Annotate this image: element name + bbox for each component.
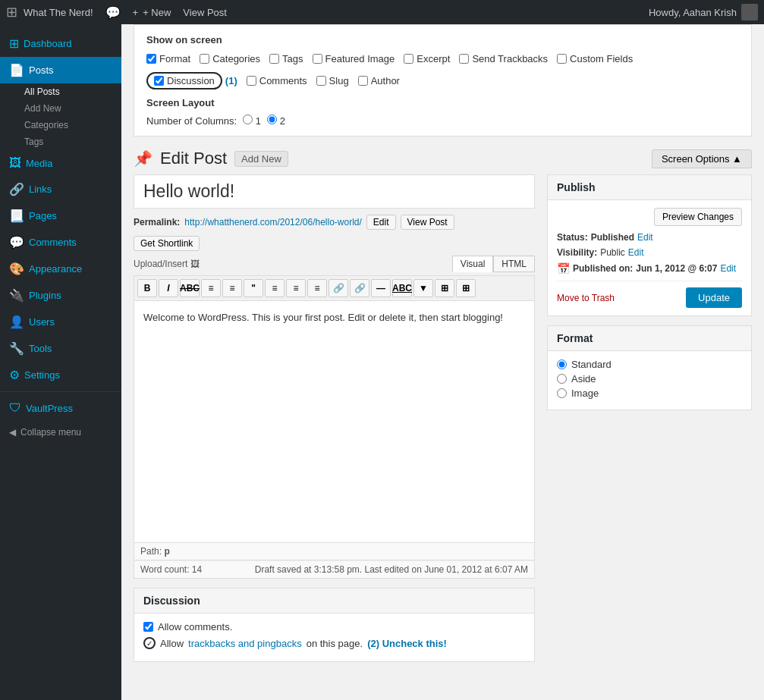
get-shortlink-button[interactable]: Get Shortlink [134, 236, 200, 251]
screen-option-slug[interactable]: Slug [316, 75, 349, 86]
site-name[interactable]: What The Nerd! [24, 7, 93, 18]
trackbacks-link[interactable]: trackbacks and pingbacks [188, 638, 302, 649]
collapse-menu[interactable]: ◀ Collapse menu [0, 421, 121, 444]
bold-button[interactable]: B [137, 279, 157, 297]
send-trackbacks-checkbox[interactable] [459, 54, 469, 64]
tab-visual[interactable]: Visual [452, 256, 493, 272]
visual-html-tabs: Visual HTML [452, 256, 535, 272]
unlink-button[interactable]: 🔗 [350, 279, 369, 297]
vaultpress-icon: 🛡 [9, 401, 21, 415]
add-new-button[interactable]: Add New [234, 151, 288, 167]
strikethrough-button[interactable]: ABC [180, 279, 200, 297]
tags-checkbox[interactable] [269, 54, 279, 64]
publish-body: Preview Changes Status: Published Edit V… [548, 200, 751, 315]
tab-html[interactable]: HTML [493, 256, 535, 272]
col1-label[interactable]: 1 [243, 115, 261, 127]
excerpt-label: Excerpt [417, 53, 450, 64]
insert-link-button[interactable]: 🔗 [329, 279, 348, 297]
format-image-radio[interactable] [557, 388, 567, 398]
discussion-metabox: Discussion Allow comments. Allow trackba… [134, 588, 535, 662]
editor-body[interactable]: Welcome to WordPress. This is your first… [134, 300, 535, 543]
published-label: Published on: [573, 263, 633, 274]
screen-option-format[interactable]: Format [146, 53, 190, 64]
screen-option-discussion[interactable]: Discussion (1) [146, 72, 237, 89]
sidebar-item-plugins[interactable]: 🔌 Plugins [0, 282, 121, 309]
preview-changes-button[interactable]: Preview Changes [654, 208, 742, 226]
italic-button[interactable]: I [159, 279, 178, 297]
sidebar-item-links[interactable]: 🔗 Links [0, 176, 121, 202]
screen-option-featured-image[interactable]: Featured Image [313, 53, 395, 64]
move-to-trash-link[interactable]: Move to Trash [557, 293, 615, 303]
allow-comments-checkbox[interactable] [143, 622, 153, 632]
sidebar-item-users[interactable]: 👤 Users [0, 309, 121, 335]
screen-option-author[interactable]: Author [358, 75, 400, 86]
trackbacks-checkbox-circled[interactable] [143, 637, 156, 649]
status-edit-link[interactable]: Edit [637, 232, 653, 243]
toolbar-toggle-button[interactable]: ▼ [413, 279, 433, 297]
align-center-button[interactable]: ≡ [286, 279, 306, 297]
permalink-url[interactable]: http://whatthenerd.com/2012/06/hello-wor… [184, 217, 361, 228]
col2-label[interactable]: 2 [267, 115, 285, 127]
discussion-checkbox[interactable] [154, 76, 164, 86]
sidebar-item-vaultpress[interactable]: 🛡 VaultPress [0, 395, 121, 421]
upload-insert[interactable]: Upload/Insert 🖼 [134, 259, 200, 269]
align-left-button[interactable]: ≡ [265, 279, 285, 297]
view-post-button[interactable]: View Post [401, 215, 454, 230]
plus-icon: + [133, 7, 139, 18]
sidebar-sub-add-new[interactable]: Add New [0, 100, 121, 117]
align-right-button[interactable]: ≡ [307, 279, 327, 297]
visibility-edit-link[interactable]: Edit [628, 247, 644, 258]
update-button[interactable]: Update [686, 287, 742, 308]
custom-fields-checkbox[interactable] [557, 54, 567, 64]
sidebar-item-comments[interactable]: 💬 Comments [0, 229, 121, 256]
tools-icon: 🔧 [9, 341, 24, 356]
columns-label: Number of Columns: [146, 115, 237, 127]
sidebar-sub-tags[interactable]: Tags [0, 133, 121, 150]
screen-option-custom-fields[interactable]: Custom Fields [557, 53, 633, 64]
excerpt-checkbox[interactable] [404, 54, 413, 64]
published-edit-link[interactable]: Edit [720, 263, 736, 274]
sidebar-item-tools[interactable]: 🔧 Tools [0, 335, 121, 362]
sidebar-item-settings[interactable]: ⚙ Settings [0, 362, 121, 388]
new-menu[interactable]: + + New [133, 7, 171, 18]
screen-option-categories[interactable]: Categories [200, 53, 260, 64]
sidebar-item-media[interactable]: 🖼 Media [0, 150, 121, 176]
col2-radio[interactable] [267, 115, 277, 124]
format-standard-radio[interactable] [557, 359, 567, 369]
featured-image-checkbox[interactable] [313, 54, 322, 64]
sidebar-item-appearance[interactable]: 🎨 Appearance [0, 256, 121, 282]
slug-checkbox[interactable] [316, 76, 326, 86]
categories-checkbox[interactable] [200, 54, 209, 64]
sidebar-item-dashboard[interactable]: ⊞ Dashboard [0, 30, 121, 57]
screen-option-comments[interactable]: Comments [247, 75, 307, 86]
screen-option-send-trackbacks[interactable]: Send Trackbacks [459, 53, 548, 64]
author-checkbox[interactable] [358, 76, 368, 86]
sidebar-item-posts[interactable]: 📄 Posts [0, 57, 121, 83]
wp-logo[interactable]: ⊞ [6, 4, 17, 20]
spellcheck-button[interactable]: ABC [392, 279, 412, 297]
ordered-list-button[interactable]: ≡ [222, 279, 242, 297]
sidebar-sub-all-posts[interactable]: All Posts [0, 83, 121, 100]
col1-radio[interactable] [243, 115, 253, 124]
edit-permalink-button[interactable]: Edit [366, 215, 396, 230]
comments-icon[interactable]: 💬 [105, 5, 121, 20]
format-checkbox[interactable] [146, 54, 156, 64]
editor-sidebar: Publish Preview Changes Status: Publishe… [547, 174, 752, 671]
path-value: p [164, 546, 169, 557]
view-post-link[interactable]: View Post [183, 7, 227, 18]
sidebar-sub-categories[interactable]: Categories [0, 117, 121, 133]
screen-option-excerpt[interactable]: Excerpt [404, 53, 450, 64]
upload-label: Upload/Insert [134, 259, 187, 269]
screen-options-button[interactable]: Screen Options ▲ [652, 149, 752, 168]
sidebar-item-label: Pages [29, 210, 57, 221]
comments-checkbox[interactable] [247, 76, 256, 86]
unordered-list-button[interactable]: ≡ [201, 279, 221, 297]
insert-more-button[interactable]: — [371, 279, 391, 297]
blockquote-button[interactable]: " [244, 279, 263, 297]
fullscreen-button[interactable]: ⊞ [435, 279, 454, 297]
sidebar-item-pages[interactable]: 📃 Pages [0, 202, 121, 229]
screen-option-tags[interactable]: Tags [269, 53, 303, 64]
kitchen-sink-button[interactable]: ⊞ [456, 279, 476, 297]
format-aside-radio[interactable] [557, 374, 567, 384]
post-title-input[interactable]: Hello world! [134, 174, 535, 209]
